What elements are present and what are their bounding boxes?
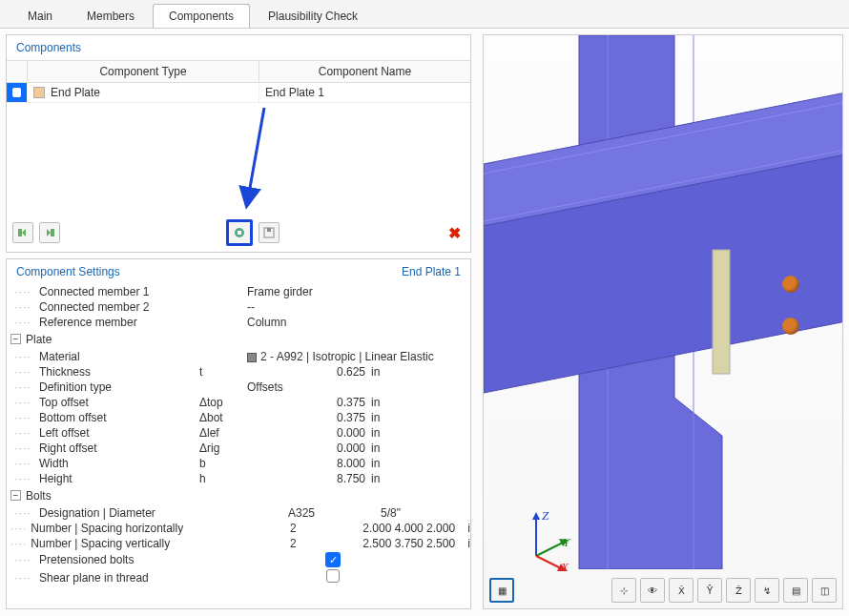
tab-components[interactable]: Components — [153, 4, 250, 28]
component-swatch — [33, 87, 45, 98]
prop-width: Width — [39, 457, 199, 470]
tab-plausibility[interactable]: Plausibility Check — [252, 4, 374, 28]
val-desig-grade[interactable]: A325 — [238, 506, 371, 520]
steel-connection-render — [484, 35, 843, 569]
val-reference[interactable]: Column — [238, 316, 286, 329]
prop-shearplane: Shear plane in thread — [39, 571, 199, 585]
axis-y-label: Y — [563, 535, 569, 550]
prop-left-off: Left offset — [39, 426, 199, 440]
prop-num-horiz: Number | Spacing horizontally — [31, 522, 191, 535]
val-right-off[interactable]: 0.000 — [238, 441, 371, 455]
row-check-icon — [12, 88, 21, 97]
col-component-name[interactable]: Component Name — [259, 61, 470, 82]
svg-line-10 — [536, 556, 563, 569]
prop-num-vert: Number | Spacing vertically — [31, 537, 191, 550]
move-right-button[interactable] — [39, 222, 60, 243]
components-panel: Components Component Type Component Name… — [6, 34, 471, 253]
prop-pretension: Pretensioned bolts — [39, 553, 199, 566]
pretension-checkbox[interactable]: ✓ — [325, 552, 341, 567]
component-row[interactable]: End Plate End Plate 1 — [7, 83, 470, 103]
callout-arrow — [231, 103, 279, 217]
svg-rect-6 — [267, 228, 271, 232]
val-connected-2[interactable]: -- — [238, 300, 255, 314]
prop-designation: Designation | Diameter — [39, 506, 199, 520]
group-bolts[interactable]: −Bolts — [7, 486, 470, 505]
tab-main[interactable]: Main — [11, 4, 69, 28]
settings-title: Component Settings — [16, 265, 120, 278]
tab-bar: Main Members Components Plausibility Che… — [0, 0, 849, 29]
val-material[interactable]: 2 - A992 | Isotropic | Linear Elastic — [238, 350, 434, 363]
axis-x-label: X — [561, 560, 569, 575]
view-cube-button[interactable]: ◫ — [812, 578, 837, 603]
tab-members[interactable]: Members — [71, 4, 151, 28]
val-nh-spacing[interactable]: 2.000 4.000 2.000 — [362, 522, 467, 535]
group-plate[interactable]: −Plate — [7, 330, 470, 349]
prop-thickness: Thickness — [39, 365, 199, 379]
move-left-button[interactable] — [12, 222, 33, 243]
val-thickness[interactable]: 0.625 — [238, 365, 371, 379]
settings-subtitle: End Plate 1 — [402, 265, 461, 278]
view-z-button[interactable]: Ẑ — [726, 578, 751, 603]
val-nh-count[interactable]: 2 — [229, 522, 362, 535]
prop-connected-2: Connected member 2 — [39, 300, 199, 314]
val-nv-count[interactable]: 2 — [229, 537, 362, 550]
cell-type: End Plate — [51, 86, 100, 99]
svg-line-9 — [536, 542, 565, 556]
collapse-icon[interactable]: − — [10, 334, 21, 344]
val-width[interactable]: 8.000 — [238, 457, 371, 470]
components-panel-title: Components — [7, 35, 470, 60]
view-y-button[interactable]: Ŷ — [697, 578, 722, 603]
bolt-icon — [782, 276, 799, 293]
delete-button[interactable]: ✖ — [445, 224, 465, 242]
view-x-button[interactable]: X̂ — [669, 578, 694, 603]
val-nv-spacing[interactable]: 2.500 3.750 2.500 — [362, 537, 467, 550]
view-iso-button[interactable]: ↯ — [755, 578, 779, 603]
svg-rect-1 — [18, 229, 22, 236]
axis-z-label: Z — [542, 508, 549, 524]
prop-reference: Reference member — [39, 316, 199, 329]
prop-deftype: Definition type — [39, 380, 199, 394]
collapse-icon[interactable]: − — [10, 490, 21, 501]
val-deftype[interactable]: Offsets — [238, 380, 283, 394]
val-left-off[interactable]: 0.000 — [238, 426, 371, 440]
save-library-button[interactable] — [259, 222, 280, 243]
col-component-type[interactable]: Component Type — [28, 61, 259, 82]
val-desig-dia[interactable]: 5/8" — [371, 506, 401, 520]
view-axes-button[interactable]: ⊹ — [611, 578, 636, 603]
val-connected-1[interactable]: Frame girder — [238, 285, 313, 298]
view-layers-button[interactable]: ▤ — [783, 578, 808, 603]
prop-bot-off: Bottom offset — [39, 411, 199, 424]
shearplane-checkbox[interactable] — [326, 569, 340, 583]
3d-viewport[interactable]: Z Y X ▦ ⊹ 👁 X̂ Ŷ Ẑ ↯ ▤ ◫ — [483, 34, 843, 609]
view-mode-button[interactable]: ▦ — [489, 578, 514, 603]
svg-rect-4 — [238, 231, 241, 235]
bolt-icon — [782, 318, 799, 335]
val-bot-off[interactable]: 0.375 — [238, 411, 371, 424]
cell-name: End Plate 1 — [259, 83, 470, 102]
svg-line-0 — [248, 108, 264, 198]
val-height[interactable]: 8.750 — [238, 472, 371, 485]
prop-material: Material — [39, 350, 199, 363]
prop-height: Height — [39, 472, 199, 485]
library-button[interactable] — [226, 219, 253, 246]
val-top-off[interactable]: 0.375 — [238, 396, 371, 409]
prop-top-off: Top offset — [39, 396, 199, 409]
component-settings-panel: Component Settings End Plate 1 Connected… — [6, 258, 471, 609]
svg-rect-2 — [51, 229, 54, 236]
prop-right-off: Right offset — [39, 441, 199, 455]
svg-rect-7 — [713, 250, 730, 374]
prop-connected-1: Connected member 1 — [39, 285, 199, 298]
view-eye-button[interactable]: 👁 — [640, 578, 665, 603]
